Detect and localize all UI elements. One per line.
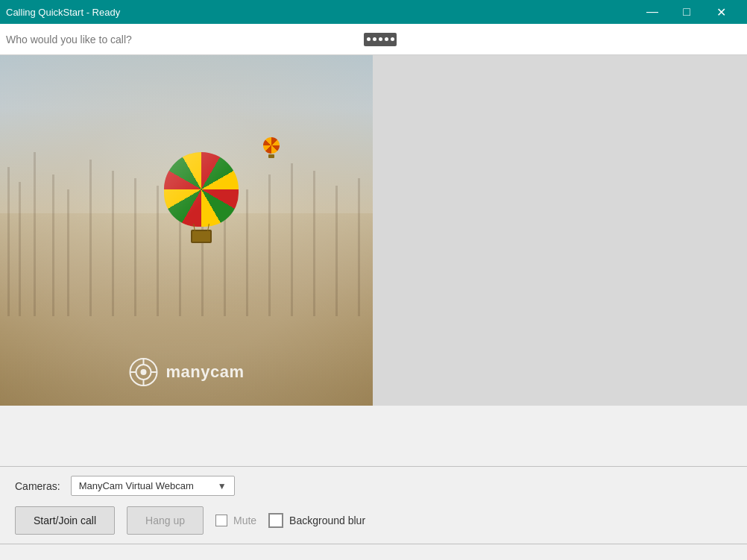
bottom-controls: Cameras: ManyCam Virtual Webcam ▼ Start/… <box>0 466 747 544</box>
mute-text: Mute <box>233 515 256 526</box>
chevron-down-icon: ▼ <box>218 481 227 491</box>
camera-row: Cameras: ManyCam Virtual Webcam ▼ <box>15 476 732 496</box>
manycam-logo: manycam <box>128 357 244 387</box>
balloon-small-basket <box>268 154 274 158</box>
action-row: Start/Join call Hang up Mute Background … <box>15 506 732 535</box>
cameras-label: Cameras: <box>15 480 60 492</box>
video-panel: manycam <box>0 55 373 406</box>
minimize-button[interactable]: — <box>635 0 669 24</box>
right-panel <box>373 55 747 406</box>
camera-select-dropdown[interactable]: ManyCam Virtual Webcam ▼ <box>71 476 235 496</box>
title-bar: Calling QuickStart - Ready — □ ✕ <box>0 0 747 24</box>
manycam-icon <box>128 357 158 387</box>
background-blur-label[interactable]: Background blur <box>268 513 365 528</box>
background-blur-text: Background blur <box>289 515 365 526</box>
manycam-text: manycam <box>166 362 244 382</box>
search-bar <box>0 24 747 55</box>
close-button[interactable]: ✕ <box>704 0 738 24</box>
balloon-ropes <box>191 224 212 231</box>
camera-select-value: ManyCam Virtual Webcam <box>79 480 212 491</box>
manycam-name-light: many <box>166 362 209 381</box>
main-content: manycam <box>0 55 747 466</box>
video-background: manycam <box>0 55 373 406</box>
start-join-button[interactable]: Start/Join call <box>15 506 115 535</box>
app-title: Calling QuickStart - Ready <box>6 7 120 18</box>
status-bar <box>0 544 747 560</box>
hangup-button[interactable]: Hang up <box>127 506 204 535</box>
hot-air-balloon <box>164 152 239 249</box>
background-blur-checkbox[interactable] <box>268 513 283 528</box>
balloon-small <box>261 137 282 164</box>
mute-checkbox[interactable] <box>215 515 227 526</box>
maximize-button[interactable]: □ <box>669 0 704 24</box>
balloon-envelope <box>164 152 239 227</box>
mute-label[interactable]: Mute <box>215 515 256 526</box>
svg-point-2 <box>140 369 146 375</box>
window-controls: — □ ✕ <box>635 0 738 24</box>
balloon-small-top <box>263 137 280 154</box>
balloon-basket <box>191 230 212 243</box>
drag-handle <box>364 33 397 46</box>
manycam-name-bold: cam <box>210 362 245 381</box>
